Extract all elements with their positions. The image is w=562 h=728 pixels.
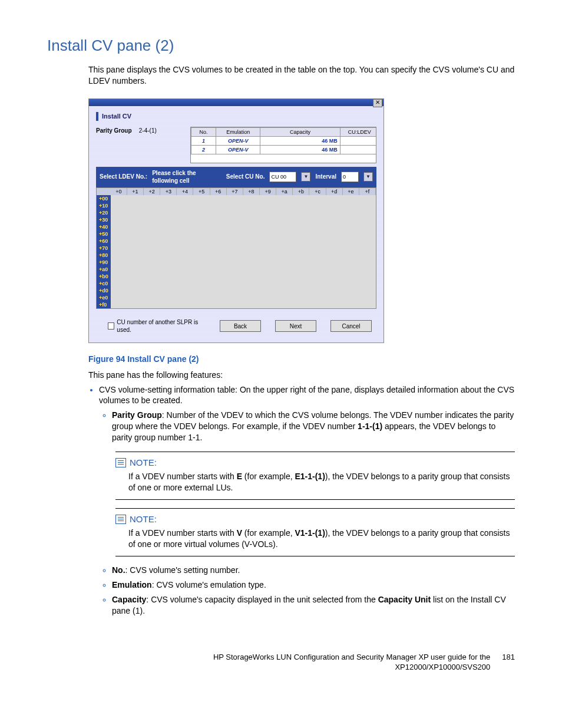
list-item: No.: CVS volume's setting number.	[112, 565, 515, 576]
grid-col: +2	[144, 188, 160, 195]
parity-group-value: 2-4-(1)	[139, 127, 157, 134]
grid-col: +9	[260, 188, 276, 195]
cell-no: 2	[191, 146, 216, 154]
grid-col: +b	[293, 188, 309, 195]
figure-caption: Figure 94 Install CV pane (2)	[88, 354, 515, 365]
cell-culdev	[340, 146, 376, 154]
selector-bar: Select LDEV No.: Please click the follow…	[96, 167, 376, 187]
page-number: 181	[502, 652, 515, 673]
grid-col: +c	[309, 188, 326, 195]
intro-text: This pane displays the CVS volumes to be…	[88, 64, 515, 87]
grid-col: +f	[359, 188, 376, 195]
grid-col: +3	[160, 188, 177, 195]
grid-row: +20	[97, 209, 111, 216]
pg-bold: Parity Group	[112, 410, 162, 420]
volume-table: No. Emulation Capacity CU:LDEV 1 OPEN-V …	[190, 127, 376, 163]
grid-row: +90	[97, 259, 111, 266]
cell-cap: 46 MB	[260, 146, 340, 154]
note-label: NOTE:	[130, 513, 157, 525]
list-item: Capacity: CVS volume's capacity displaye…	[112, 594, 515, 617]
page-title: Install CV pane (2)	[47, 35, 515, 56]
grid-col-headers: +0+1+2+3+4+5+6+7+8+9+a+b+c+d+e+f	[111, 188, 376, 195]
grid-col: +e	[343, 188, 359, 195]
dialog-titlebar: ✕	[89, 99, 384, 106]
note-label: NOTE:	[130, 457, 157, 469]
slpr-checkbox[interactable]: CU number of another SLPR is used.	[108, 318, 208, 334]
grid-row: +c0	[97, 280, 111, 287]
grid-row: +40	[97, 223, 111, 230]
grid-row: +e0	[97, 294, 111, 301]
select-cu-label: Select CU No.	[226, 173, 265, 181]
grid-cells[interactable]	[111, 195, 376, 308]
grid-row: +50	[97, 230, 111, 238]
click-cell-hint: Please click the following cell	[152, 169, 222, 185]
grid-col: +d	[326, 188, 343, 195]
grid-row: +00	[97, 195, 111, 202]
grid-col: +7	[227, 188, 243, 195]
cell-no: 1	[191, 136, 216, 145]
grid-row: +b0	[97, 273, 111, 280]
grid-row-headers: +00+10+20+30+40+50+60+70+80+90+a0+b0+c0+…	[97, 188, 111, 308]
list-item: Parity Group: Number of the VDEV to whic…	[112, 410, 515, 443]
grid-col: +a	[276, 188, 293, 195]
interval-label: Interval	[315, 173, 336, 181]
grid-row: +70	[97, 245, 111, 252]
grid-row: +a0	[97, 266, 111, 273]
grid-col: +1	[127, 188, 144, 195]
table-row[interactable]: 2 OPEN-V 46 MB	[191, 146, 377, 154]
cu-select[interactable]	[269, 172, 296, 182]
grid-col: +6	[210, 188, 227, 195]
note-icon	[115, 515, 126, 524]
grid-row: +80	[97, 252, 111, 259]
grid-row: +d0	[97, 287, 111, 294]
chevron-down-icon[interactable]: ▼	[363, 172, 373, 182]
features-lead: This pane has the following features:	[88, 370, 515, 381]
grid-col: +5	[193, 188, 210, 195]
select-ldev-label: Select LDEV No.:	[100, 173, 147, 181]
grid-row: +60	[97, 238, 111, 245]
grid-col: +4	[177, 188, 193, 195]
dialog-heading: Install CV	[96, 112, 376, 121]
checkbox-icon[interactable]	[108, 322, 114, 330]
next-button[interactable]: Next	[275, 320, 316, 332]
grid-row: +f0	[97, 301, 111, 308]
ldev-grid[interactable]: +00+10+20+30+40+50+60+70+80+90+a0+b0+c0+…	[96, 187, 376, 309]
grid-row: +30	[97, 216, 111, 223]
table-row[interactable]: 1 OPEN-V 46 MB	[191, 136, 377, 145]
grid-col: +8	[243, 188, 260, 195]
back-button[interactable]: Back	[220, 320, 261, 332]
col-capacity: Capacity	[260, 127, 340, 136]
col-culdev: CU:LDEV	[340, 127, 376, 136]
page-footer: HP StorageWorks LUN Configuration and Se…	[47, 652, 515, 673]
chevron-down-icon[interactable]: ▼	[301, 172, 310, 182]
grid-col: +0	[111, 188, 127, 195]
cancel-button[interactable]: Cancel	[330, 320, 372, 332]
list-item: CVS volume-setting information table: On…	[99, 384, 515, 617]
interval-input[interactable]	[341, 172, 359, 182]
parity-group-label: Parity Group 2-4-(1)	[96, 127, 184, 163]
note-block: NOTE: If a VDEV number starts with V (fo…	[115, 508, 515, 556]
close-icon[interactable]: ✕	[373, 99, 382, 107]
note-icon	[115, 458, 126, 467]
install-cv-dialog: ✕ Install CV Parity Group 2-4-(1) No. Em…	[88, 98, 384, 343]
cell-emu: OPEN-V	[216, 136, 260, 145]
note-body: If a VDEV number starts with E (for exam…	[128, 471, 515, 493]
footer-text: HP StorageWorks LUN Configuration and Se…	[184, 652, 490, 673]
col-no: No.	[191, 127, 216, 136]
note-block: NOTE: If a VDEV number starts with E (fo…	[115, 452, 515, 500]
col-emulation: Emulation	[216, 127, 260, 136]
pg-example: 1-1-(1)	[358, 421, 382, 431]
list-item: Emulation: CVS volume's emulation type.	[112, 579, 515, 591]
cell-cap: 46 MB	[260, 136, 340, 145]
parity-group-caption: Parity Group	[96, 127, 137, 135]
cell-culdev	[340, 136, 376, 145]
note-body: If a VDEV number starts with V (for exam…	[128, 528, 515, 550]
slpr-checkbox-label: CU number of another SLPR is used.	[117, 318, 208, 334]
grid-row: +10	[97, 202, 111, 209]
cvs-info-text: CVS volume-setting information table: On…	[99, 385, 514, 406]
cell-emu: OPEN-V	[216, 146, 260, 154]
